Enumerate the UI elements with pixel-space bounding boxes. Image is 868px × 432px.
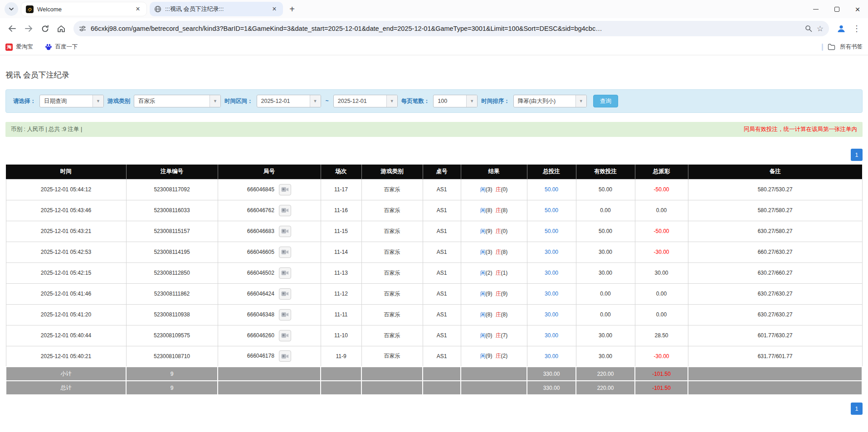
page-title: 视讯 会员下注纪录 <box>5 70 868 80</box>
date-end-select[interactable]: 2025-12-01 ▼ <box>333 95 398 107</box>
address-bar[interactable]: 66cxkj98.com/game/betrecord_search/kind3… <box>73 21 829 36</box>
cell-remark: 630.27/630.27 <box>688 283 862 304</box>
cell-remark: 630.27/580.27 <box>688 221 862 242</box>
total-bet-link[interactable]: 30.00 <box>545 249 558 255</box>
kebab-menu-icon[interactable]: ⋮ <box>850 24 863 34</box>
page-1-button[interactable]: 1 <box>851 149 863 161</box>
round-id: 666046178 <box>247 353 274 359</box>
column-header: 结果 <box>461 165 527 179</box>
chevron-down-icon[interactable]: ▼ <box>93 95 103 107</box>
total-bet-link[interactable]: 50.00 <box>545 186 558 193</box>
bet-records-table: 时间注单编号局号场次游戏类别桌号结果总投注有效投注总派彩备注 2025-12-0… <box>5 165 863 395</box>
cell-time: 2025-12-01 05:43:46 <box>6 200 126 221</box>
video-replay-button[interactable] <box>279 330 291 341</box>
chevron-down-icon[interactable]: ▼ <box>310 95 321 107</box>
bookmark-taobao[interactable]: 淘 爱淘宝 <box>5 43 33 51</box>
close-icon[interactable]: × <box>847 0 868 18</box>
subtotal-cell <box>461 367 527 381</box>
video-replay-button[interactable] <box>279 226 291 237</box>
cell-valid-bet: 0.00 <box>576 200 635 221</box>
chevron-down-icon[interactable]: ▼ <box>386 95 397 107</box>
total-bet-link[interactable]: 30.00 <box>545 353 558 359</box>
subtotal-cell <box>688 367 862 381</box>
maximize-icon[interactable] <box>826 0 847 18</box>
zoom-icon[interactable] <box>805 25 812 32</box>
all-bookmarks[interactable]: 所有书签 <box>822 43 863 51</box>
back-icon[interactable] <box>5 21 20 36</box>
close-tab-icon[interactable]: × <box>134 5 142 13</box>
bet-record-row: 2025-12-01 05:43:46523008116033666046762… <box>6 200 862 221</box>
url-text[interactable]: 66cxkj98.com/game/betrecord_search/kind3… <box>91 25 800 32</box>
all-bookmarks-label: 所有书签 <box>840 43 863 51</box>
subtotal-cell: 220.00 <box>576 367 635 381</box>
bet-record-row: 2025-12-01 05:41:20523008110938666046348… <box>6 304 862 325</box>
cell-time: 2025-12-01 05:40:21 <box>6 346 126 367</box>
home-icon[interactable] <box>54 21 69 36</box>
cell-bet-id: 523008110938 <box>126 304 218 325</box>
subtotal-cell <box>218 367 321 381</box>
tab-search-button[interactable] <box>5 2 18 16</box>
bookmark-baidu[interactable]: 百度一下 <box>45 43 78 51</box>
query-type-select[interactable]: 日期查询 ▼ <box>39 95 104 107</box>
forward-icon[interactable] <box>21 21 36 36</box>
page-1-button[interactable]: 1 <box>851 403 863 415</box>
cell-session: 11-17 <box>321 179 361 200</box>
video-replay-button[interactable] <box>279 288 291 300</box>
total-bet-link[interactable]: 30.00 <box>545 291 558 297</box>
cell-payout: -30.00 <box>635 346 688 367</box>
cell-session: 11-10 <box>321 325 361 346</box>
cell-game-type: 百家乐 <box>361 346 423 367</box>
video-replay-button[interactable] <box>279 267 291 279</box>
cell-payout: 0.00 <box>635 304 688 325</box>
chevron-down-icon[interactable]: ▼ <box>210 95 220 107</box>
total-cell <box>361 381 423 395</box>
video-replay-icon <box>281 291 289 297</box>
video-replay-button[interactable] <box>279 309 291 320</box>
banker-result: 庄 <box>496 207 501 214</box>
cell-time: 2025-12-01 05:42:15 <box>6 262 126 283</box>
chevron-down-icon <box>9 6 14 12</box>
new-tab-icon[interactable]: + <box>286 3 298 15</box>
cell-game-type: 百家乐 <box>361 283 423 304</box>
round-id: 666046683 <box>247 228 274 234</box>
profile-icon[interactable] <box>834 21 849 36</box>
search-button[interactable]: 查询 <box>593 95 618 107</box>
tab-betrecord[interactable]: :::视讯 会员下注纪录::: × <box>150 2 283 16</box>
column-header: 注单编号 <box>126 165 218 179</box>
chevron-down-icon[interactable]: ▼ <box>466 95 477 107</box>
cell-round-id: 666046424 <box>218 283 321 304</box>
round-id: 666046845 <box>247 186 274 192</box>
total-bet-link[interactable]: 30.00 <box>545 332 558 339</box>
cell-result: 闲(8)庄(8) <box>461 200 527 221</box>
page-size-select[interactable]: 100 ▼ <box>433 95 478 107</box>
total-bet-link[interactable]: 30.00 <box>545 270 558 276</box>
tune-icon[interactable] <box>79 25 86 32</box>
total-cell <box>423 381 461 395</box>
star-icon[interactable]: ☆ <box>817 24 824 34</box>
video-replay-button[interactable] <box>279 247 291 258</box>
banker-points: (0) <box>501 228 508 234</box>
date-start-select[interactable]: 2025-12-01 ▼ <box>257 95 321 107</box>
tab-welcome[interactable]: Welcome × <box>21 2 147 16</box>
total-bet-link[interactable]: 30.00 <box>545 311 558 318</box>
cell-remark: 630.27/630.27 <box>688 304 862 325</box>
video-replay-button[interactable] <box>279 184 291 195</box>
banker-points: (7) <box>501 332 508 339</box>
game-type-select[interactable]: 百家乐 ▼ <box>134 95 221 107</box>
close-tab-icon[interactable]: × <box>270 5 278 13</box>
video-replay-button[interactable] <box>279 350 291 362</box>
bet-record-row: 2025-12-01 05:40:21523008108710666046178… <box>6 346 862 367</box>
baidu-paw-icon <box>45 44 52 51</box>
cell-bet-id: 523008114195 <box>126 242 218 262</box>
cell-table-no: AS1 <box>423 346 461 367</box>
total-bet-link[interactable]: 50.00 <box>545 207 558 214</box>
cell-valid-bet: 50.00 <box>576 179 635 200</box>
chevron-down-icon[interactable]: ▼ <box>575 95 586 107</box>
minimize-icon[interactable] <box>805 0 826 18</box>
reload-icon[interactable] <box>37 21 53 36</box>
total-bet-link[interactable]: 50.00 <box>545 228 558 234</box>
video-replay-button[interactable] <box>279 205 291 216</box>
sort-select[interactable]: 降幂(由大到小) ▼ <box>513 95 587 107</box>
cell-remark: 601.77/630.27 <box>688 325 862 346</box>
browser-window: Welcome × :::视讯 会员下注纪录::: × + × <box>0 0 868 432</box>
